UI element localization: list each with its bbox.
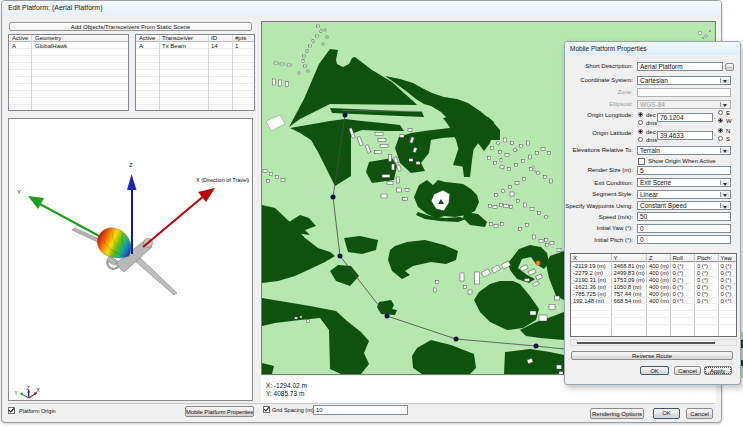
svg-text:Z: Z [27,385,30,391]
svg-text:Y: Y [15,390,19,396]
svg-text:Y: Y [17,189,21,195]
svg-text:X (Direction of Travel): X (Direction of Travel) [196,177,249,183]
svg-text:Z: Z [129,162,133,168]
svg-text:X: X [37,387,41,393]
